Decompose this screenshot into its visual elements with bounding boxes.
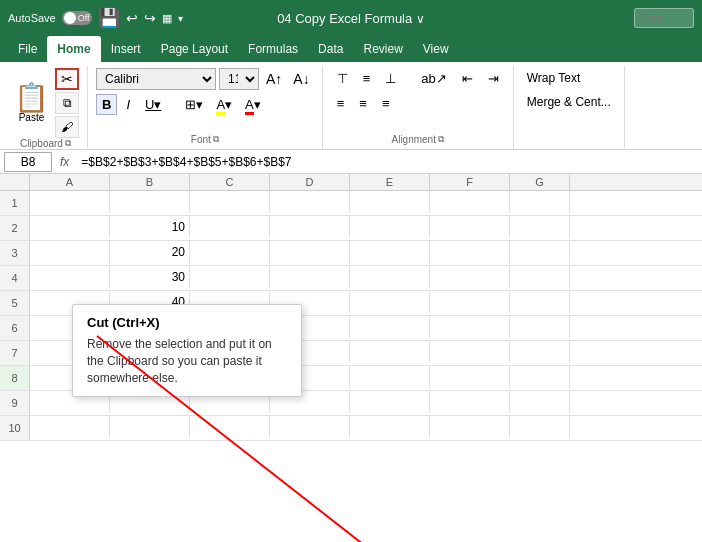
indent-increase-button[interactable]: ⇥ [482,68,505,89]
tab-insert[interactable]: Insert [101,36,151,62]
copy-button[interactable]: ⧉ [55,92,79,114]
italic-button[interactable]: I [120,94,136,115]
cell-d10[interactable] [270,416,350,438]
row-num-header [0,174,30,190]
cell-f6[interactable] [430,316,510,338]
bold-button[interactable]: B [96,94,117,115]
underline-button[interactable]: U▾ [139,94,167,115]
tab-file[interactable]: File [8,36,47,62]
cell-b10[interactable] [110,416,190,438]
font-family-select[interactable]: Calibri [96,68,216,90]
search-input[interactable] [634,8,694,28]
cell-e7[interactable] [350,341,430,363]
cell-f9[interactable] [430,391,510,413]
cell-c10[interactable] [190,416,270,438]
cell-a2[interactable] [30,216,110,238]
cell-f7[interactable] [430,341,510,363]
align-middle-button[interactable]: ≡ [357,68,377,89]
cell-e8[interactable] [350,366,430,388]
cell-a1[interactable] [30,191,110,213]
align-left-button[interactable]: ≡ [331,93,351,114]
cell-g2[interactable] [510,216,570,238]
cell-g5[interactable] [510,291,570,313]
format-painter-button[interactable]: 🖌 [55,116,79,138]
col-header-e: E [350,174,430,190]
tab-data[interactable]: Data [308,36,353,62]
cell-d2[interactable] [270,216,350,238]
cell-d4[interactable] [270,266,350,288]
cell-a4[interactable] [30,266,110,288]
formula-input[interactable] [77,153,698,171]
paste-button[interactable]: 📋 Paste [12,82,51,125]
cell-c3[interactable] [190,241,270,263]
alignment-dialog-icon[interactable]: ⧉ [438,134,444,145]
autosave-toggle[interactable]: Off [62,11,92,25]
row-num: 1 [0,191,30,215]
border-button[interactable]: ⊞▾ [180,94,208,115]
increase-font-size-button[interactable]: A↑ [262,69,286,89]
cell-d1[interactable] [270,191,350,213]
tab-page-layout[interactable]: Page Layout [151,36,238,62]
cell-e1[interactable] [350,191,430,213]
tab-view[interactable]: View [413,36,459,62]
cell-a3[interactable] [30,241,110,263]
cell-g1[interactable] [510,191,570,213]
cell-e2[interactable] [350,216,430,238]
cell-f3[interactable] [430,241,510,263]
tab-review[interactable]: Review [353,36,412,62]
table-row: 4 30 [0,266,702,291]
wrap-text-button[interactable]: Wrap Text [522,68,586,88]
clipboard-dialog-icon[interactable]: ⧉ [65,138,71,149]
cell-a10[interactable] [30,416,110,438]
col-header-a: A [30,174,110,190]
tab-home[interactable]: Home [47,36,100,62]
cell-g4[interactable] [510,266,570,288]
cut-button[interactable]: ✂ [55,68,79,90]
cell-g3[interactable] [510,241,570,263]
quick-access-more[interactable]: ▾ [178,13,183,24]
cell-e9[interactable] [350,391,430,413]
cell-b4[interactable]: 30 [110,266,190,288]
font-color-button[interactable]: A▾ [240,94,266,115]
cell-c2[interactable] [190,216,270,238]
cell-b3[interactable]: 20 [110,241,190,263]
cell-e4[interactable] [350,266,430,288]
cell-b1[interactable] [110,191,190,213]
cell-e3[interactable] [350,241,430,263]
merge-cells-button[interactable]: Merge & Cent... [522,92,616,112]
cell-f8[interactable] [430,366,510,388]
text-direction-button[interactable]: ab↗ [415,68,452,89]
cell-f10[interactable] [430,416,510,438]
save-icon[interactable]: 💾 [98,7,120,29]
cell-f2[interactable] [430,216,510,238]
align-center-button[interactable]: ≡ [353,93,373,114]
cell-f5[interactable] [430,291,510,313]
align-top-button[interactable]: ⊤ [331,68,354,89]
cell-reference-input[interactable] [4,152,52,172]
redo-icon[interactable]: ↪ [144,10,156,26]
customize-icon[interactable]: ▦ [162,12,172,25]
fill-color-button[interactable]: A▾ [211,94,237,115]
cell-e5[interactable] [350,291,430,313]
indent-decrease-button[interactable]: ⇤ [456,68,479,89]
cell-g6[interactable] [510,316,570,338]
align-right-button[interactable]: ≡ [376,93,396,114]
undo-icon[interactable]: ↩ [126,10,138,26]
tab-formulas[interactable]: Formulas [238,36,308,62]
cell-f1[interactable] [430,191,510,213]
align-bottom-button[interactable]: ⊥ [379,68,402,89]
cell-g8[interactable] [510,366,570,388]
cell-c1[interactable] [190,191,270,213]
cell-g9[interactable] [510,391,570,413]
cell-b2[interactable]: 10 [110,216,190,238]
cell-g7[interactable] [510,341,570,363]
cell-e10[interactable] [350,416,430,438]
cell-d3[interactable] [270,241,350,263]
cell-e6[interactable] [350,316,430,338]
cell-f4[interactable] [430,266,510,288]
cell-c4[interactable] [190,266,270,288]
font-size-select[interactable]: 11 [219,68,259,90]
font-dialog-icon[interactable]: ⧉ [213,134,219,145]
decrease-font-size-button[interactable]: A↓ [289,69,313,89]
cell-g10[interactable] [510,416,570,438]
